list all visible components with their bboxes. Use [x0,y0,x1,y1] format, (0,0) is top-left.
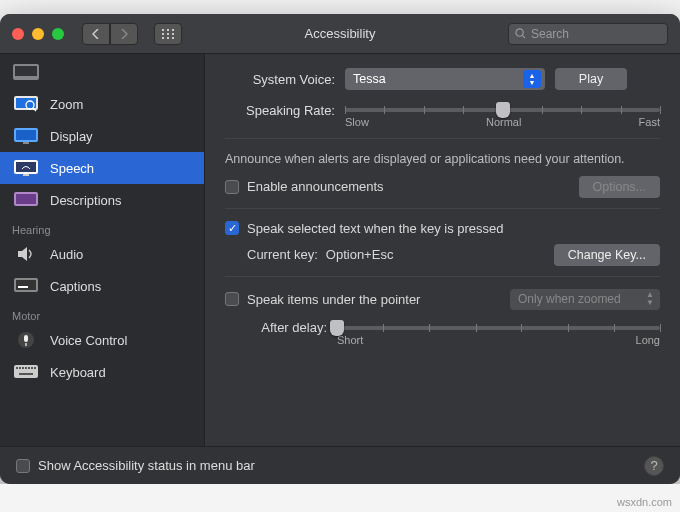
sidebar-item-label: Captions [50,279,101,294]
search-field[interactable]: Search [508,23,668,45]
svg-rect-1 [167,29,169,31]
sidebar-item-label: Zoom [50,97,83,112]
svg-rect-36 [28,367,30,369]
current-key-value: Option+Esc [326,247,394,262]
sidebar: Zoom Display Speech Descriptions Hearing… [0,54,205,446]
sidebar-item-voice-control[interactable]: Voice Control [0,324,204,356]
minimize-window-button[interactable] [32,28,44,40]
svg-rect-31 [14,365,38,378]
svg-rect-5 [172,33,174,35]
search-placeholder: Search [531,27,569,41]
speaking-rate-slider[interactable] [345,100,660,120]
svg-rect-22 [23,174,29,176]
voice-control-icon [12,330,40,350]
svg-rect-2 [172,29,174,31]
current-key-label: Current key: [247,247,318,262]
maximize-window-button[interactable] [52,28,64,40]
system-voice-label: System Voice: [225,72,335,87]
svg-rect-35 [25,367,27,369]
help-button[interactable]: ? [644,456,664,476]
sidebar-group-motor: Motor [0,302,204,324]
search-icon [515,28,526,39]
svg-rect-39 [19,373,33,375]
display-icon [12,126,40,146]
sidebar-item-keyboard[interactable]: Keyboard [0,356,204,388]
close-window-button[interactable] [12,28,24,40]
enable-announcements-checkbox[interactable] [225,180,239,194]
enable-announcements-label: Enable announcements [247,179,384,194]
show-status-label: Show Accessibility status in menu bar [38,458,255,473]
audio-icon [12,244,40,264]
sidebar-item-label: Keyboard [50,365,106,380]
chevron-updown-icon: ▲▼ [523,70,541,88]
sidebar-item-prev[interactable] [0,56,204,88]
svg-rect-24 [16,194,36,204]
svg-rect-29 [24,335,28,342]
after-delay-label: After delay: [247,320,327,335]
speak-pointer-mode-select[interactable]: Only when zoomed ▲▼ [510,289,660,310]
descriptions-icon [12,190,40,210]
play-button[interactable]: Play [555,68,627,90]
nav-buttons [82,23,138,45]
speak-pointer-checkbox[interactable] [225,292,239,306]
speaking-rate-label: Speaking Rate: [225,103,335,118]
speak-selected-checkbox[interactable]: ✓ [225,221,239,235]
show-status-checkbox[interactable] [16,459,30,473]
sidebar-item-captions[interactable]: Captions [0,270,204,302]
svg-rect-37 [31,367,33,369]
svg-point-9 [516,29,523,36]
options-button[interactable]: Options... [579,176,661,198]
sidebar-item-label: Descriptions [50,193,122,208]
sidebar-item-label: Audio [50,247,83,262]
svg-rect-32 [16,367,18,369]
sidebar-item-audio[interactable]: Audio [0,238,204,270]
announce-description: Announce when alerts are displayed or ap… [225,151,660,168]
sidebar-item-label: Display [50,129,93,144]
speak-pointer-label: Speak items under the pointer [247,292,420,307]
svg-rect-8 [172,37,174,39]
zoom-icon [12,94,40,114]
chevron-updown-icon: ▲▼ [646,291,654,307]
speak-selected-label: Speak selected text when the key is pres… [247,221,504,236]
svg-rect-18 [16,130,36,140]
traffic-lights [12,28,64,40]
svg-rect-0 [162,29,164,31]
svg-line-10 [522,35,525,38]
sidebar-item-zoom[interactable]: Zoom [0,88,204,120]
system-voice-select[interactable]: Tessa ▲▼ [345,68,545,90]
titlebar: Accessibility Search [0,14,680,54]
svg-rect-27 [18,286,28,288]
after-delay-slider[interactable] [337,318,660,338]
slider-thumb[interactable] [496,102,510,118]
show-all-button[interactable] [154,23,182,45]
svg-rect-4 [167,33,169,35]
system-voice-value: Tessa [353,72,386,86]
sidebar-item-speech[interactable]: Speech [0,152,204,184]
sidebar-item-label: Voice Control [50,333,127,348]
svg-rect-26 [16,280,36,290]
slider-thumb[interactable] [330,320,344,336]
keyboard-icon [12,362,40,382]
sidebar-item-descriptions[interactable]: Descriptions [0,184,204,216]
svg-rect-12 [15,66,37,76]
footer: Show Accessibility status in menu bar ? [0,446,680,484]
svg-rect-33 [19,367,21,369]
sidebar-group-hearing: Hearing [0,216,204,238]
sidebar-item-display[interactable]: Display [0,120,204,152]
back-button[interactable] [82,23,110,45]
generic-icon [12,62,40,82]
speak-pointer-mode-value: Only when zoomed [518,292,621,306]
sidebar-item-label: Speech [50,161,94,176]
svg-rect-3 [162,33,164,35]
speech-icon [12,158,40,178]
svg-rect-7 [167,37,169,39]
svg-rect-38 [34,367,36,369]
window-title: Accessibility [305,26,376,41]
content-pane: System Voice: Tessa ▲▼ Play Speaking Rat… [205,54,680,446]
forward-button[interactable] [110,23,138,45]
svg-rect-34 [22,367,24,369]
svg-rect-19 [23,142,29,144]
change-key-button[interactable]: Change Key... [554,244,660,266]
svg-rect-6 [162,37,164,39]
captions-icon [12,276,40,296]
